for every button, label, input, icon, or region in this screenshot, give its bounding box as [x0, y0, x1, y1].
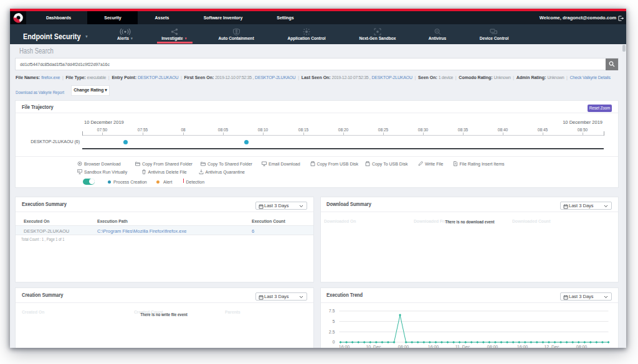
svg-text:16:00: 16:00 — [338, 345, 350, 348]
svg-text:08:00: 08:00 — [576, 345, 587, 348]
svg-text:16:00: 16:00 — [427, 345, 439, 348]
svg-text:10. Dec: 10. Dec — [366, 345, 381, 348]
svg-text:7.5: 7.5 — [328, 309, 335, 313]
svg-text:2.5: 2.5 — [328, 330, 335, 334]
svg-text:12. Dec: 12. Dec — [544, 345, 559, 348]
svg-text:11. Dec: 11. Dec — [455, 345, 470, 348]
svg-text:16:00: 16:00 — [517, 345, 528, 348]
svg-text:08:00: 08:00 — [487, 345, 498, 348]
svg-text:0: 0 — [332, 340, 335, 344]
svg-text:5: 5 — [332, 319, 335, 324]
svg-text:08:00: 08:00 — [398, 345, 409, 348]
